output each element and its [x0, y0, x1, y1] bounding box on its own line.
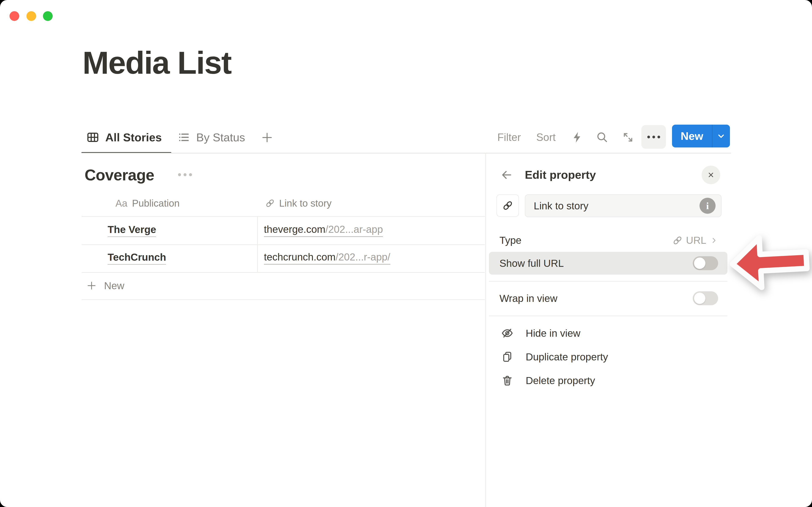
chevron-down-icon [716, 130, 726, 142]
info-icon[interactable] [700, 198, 716, 214]
table-row: TechCrunch techcrunch.com/202...r-app/ [82, 244, 485, 273]
wrap-in-view-row[interactable]: Wrap in view [489, 287, 727, 310]
link-icon [502, 200, 513, 211]
annotation-arrow-left-icon [728, 230, 812, 294]
panel-title: Edit property [525, 168, 596, 181]
tab-label: By Status [196, 131, 245, 144]
new-row-label: New [104, 280, 124, 291]
column-header-publication[interactable]: Aa Publication [115, 190, 180, 216]
property-name-input[interactable]: Link to story [525, 194, 721, 217]
menu-item-label: Delete property [526, 375, 595, 386]
traffic-light-close-button[interactable] [9, 11, 19, 21]
tab-by-status[interactable]: By Status [177, 124, 245, 151]
database-toolbar: Filter Sort New [486, 124, 732, 151]
section-title: Coverage [85, 166, 154, 184]
url-domain: techcrunch.com [264, 251, 336, 265]
close-button[interactable] [702, 166, 720, 184]
type-row[interactable]: Type URL [489, 229, 727, 251]
type-value: URL [672, 234, 718, 246]
menu-item-hide-in-view[interactable]: Hide in view [489, 321, 727, 345]
toggle-knob [694, 258, 705, 269]
property-icon-button[interactable] [497, 194, 519, 217]
menu-item-duplicate-property[interactable]: Duplicate property [489, 345, 727, 369]
tab-all-stories[interactable]: All Stories [86, 124, 162, 151]
panel-left-border [485, 153, 486, 507]
add-view-button plus-icon[interactable] [261, 131, 273, 144]
text-icon: Aa [115, 198, 127, 209]
eye-off-icon [501, 327, 513, 339]
table-icon [86, 131, 99, 144]
property-name-value: Link to story [534, 200, 700, 212]
link-icon [672, 235, 682, 245]
cell-link-to-story[interactable]: techcrunch.com/202...r-app/ [264, 244, 390, 272]
panel-divider [489, 316, 727, 316]
link-icon [265, 199, 275, 208]
new-button[interactable]: New [672, 125, 712, 148]
search-icon[interactable] [596, 131, 609, 144]
toolbar-divider [82, 153, 731, 154]
column-header-link-to-story[interactable]: Link to story [265, 190, 332, 216]
menu-item-label: Duplicate property [526, 351, 608, 363]
cell-publication[interactable]: The Verge [108, 217, 156, 244]
sort-button[interactable]: Sort [536, 124, 556, 151]
type-label: Type [500, 234, 672, 246]
traffic-light-zoom-button[interactable] [43, 11, 53, 21]
page-title: Media List [83, 47, 231, 78]
more-options-button[interactable] [641, 125, 666, 149]
traffic-light-minimize-button[interactable] [27, 11, 36, 21]
menu-item-label: Hide in view [526, 327, 580, 339]
cell-link-to-story[interactable]: theverge.com/202...ar-app [264, 217, 383, 244]
new-button-group: New [672, 125, 730, 148]
url-truncated: /202...ar-app [325, 224, 383, 237]
chevron-right-icon [710, 236, 718, 245]
column-label: Link to story [279, 198, 332, 209]
wrap-in-view-toggle[interactable] [693, 291, 718, 305]
show-full-url-toggle[interactable] [693, 256, 718, 270]
list-icon [177, 131, 190, 144]
lightning-icon[interactable] [571, 131, 583, 144]
filter-button[interactable]: Filter [497, 124, 521, 151]
column-label: Publication [132, 198, 180, 209]
plus-icon [86, 280, 97, 291]
wrap-in-view-label: Wrap in view [500, 293, 693, 304]
cell-publication[interactable]: TechCrunch [108, 244, 166, 272]
url-truncated: /202...r-app/ [336, 251, 390, 265]
url-domain: theverge.com [264, 224, 325, 237]
menu-item-delete-property[interactable]: Delete property [489, 369, 727, 392]
type-value-text: URL [686, 234, 706, 246]
section-more-button ellipsis-icon[interactable] [178, 173, 192, 176]
new-dropdown-button[interactable] [712, 125, 730, 148]
panel-divider [489, 281, 727, 282]
table-row: The Verge theverge.com/202...ar-app [82, 217, 485, 245]
app-window: Media List All Stories [0, 0, 812, 507]
show-full-url-label: Show full URL [500, 258, 693, 269]
expand-icon[interactable] [622, 131, 635, 144]
toggle-knob [694, 293, 705, 304]
back-button arrow-left-icon[interactable] [500, 169, 513, 181]
new-row-button[interactable]: New [82, 272, 485, 300]
duplicate-icon [501, 351, 513, 363]
show-full-url-row[interactable]: Show full URL [489, 252, 727, 275]
trash-icon [501, 374, 513, 387]
table-header-row: Aa Publication Link to story [82, 190, 485, 217]
ellipsis-icon [647, 135, 650, 138]
close-icon [707, 170, 715, 179]
tab-label: All Stories [105, 131, 162, 144]
